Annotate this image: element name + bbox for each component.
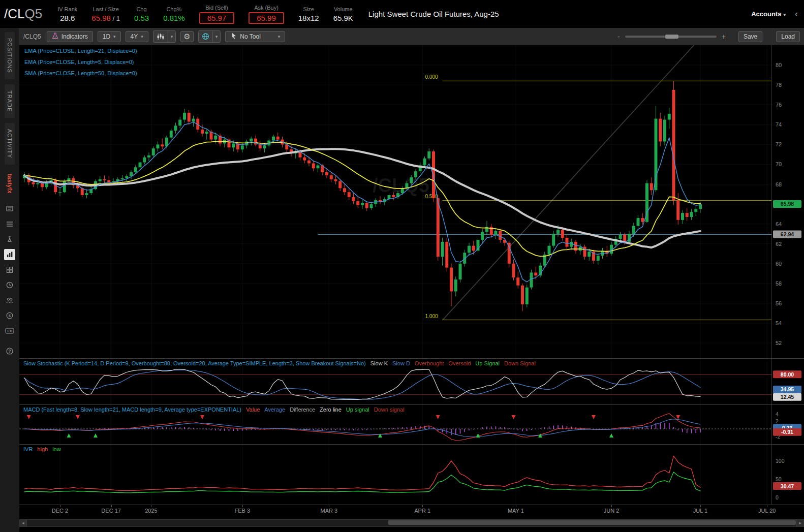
legend-item: Down signal <box>374 406 405 413</box>
svg-text:68: 68 <box>776 181 782 187</box>
toolbar-symbol-label: /CLQ5 <box>23 33 41 40</box>
legend-item: Oversold <box>448 360 471 366</box>
legend-item: Down Signal <box>504 360 536 366</box>
chart-type-dropdown[interactable]: ▾ <box>153 30 176 43</box>
chart-scrollbar[interactable]: ◂ ▸ <box>19 519 804 527</box>
timeframe-dropdown[interactable]: 1D▾ <box>98 31 121 42</box>
chevron-down-icon: ▾ <box>171 34 173 39</box>
stat-size: Size 18x12 <box>298 6 319 22</box>
time-axis-label: JUN 2 <box>604 508 620 514</box>
clock-icon[interactable] <box>4 279 15 291</box>
zoom-out-button[interactable]: - <box>617 33 620 41</box>
svg-text:76: 76 <box>776 102 782 108</box>
beaker-icon[interactable] <box>4 234 15 245</box>
stochastic-study-title[interactable]: Slow Stochastic (K Period=14, D Period=9… <box>23 360 366 366</box>
cash-icon[interactable]: $ <box>4 310 15 321</box>
accounts-dropdown[interactable]: Accounts▾ <box>751 10 786 18</box>
grid-icon[interactable] <box>4 264 15 275</box>
time-tick <box>611 505 612 507</box>
chevron-down-icon: ▾ <box>215 34 218 39</box>
zoom-slider-thumb[interactable] <box>665 35 678 39</box>
chevron-down-icon: ▾ <box>141 34 143 39</box>
scroll-right-icon[interactable]: ▸ <box>796 520 803 526</box>
macd-study-title[interactable]: MACD (Fast length=8, Slow length=21, MAC… <box>23 406 241 413</box>
cursor-icon <box>230 32 237 41</box>
tastyfx-logo: tastyfx <box>6 174 13 194</box>
contract-name: Light Sweet Crude Oil Futures, Aug-25 <box>368 10 499 18</box>
grid-layout-dropdown[interactable]: ▾ <box>198 30 221 43</box>
stat-ask: Ask (Buy) 65.99 <box>249 5 284 24</box>
svg-text:4: 4 <box>776 411 779 417</box>
main-chart-canvas[interactable]: 525456586062646668707274767880/CLQ50.000… <box>19 45 804 358</box>
svg-text:34.95: 34.95 <box>781 386 794 392</box>
stat-last-size: Last / Size 65.98 / 1 <box>91 6 120 22</box>
scrollbar-thumb[interactable] <box>388 520 796 525</box>
time-axis[interactable]: DEC 2DEC 172025FEB 3MAR 3APR 1MAY 1JUN 2… <box>19 505 804 517</box>
time-axis-label: DEC 2 <box>52 508 68 514</box>
svg-text:52: 52 <box>776 340 782 346</box>
study-label-ema5[interactable]: EMA (Price=CLOSE, Length=5, Displace=0) <box>24 59 134 65</box>
macd-legend: ValueAverageDifferenceZero lineUp signal… <box>241 406 405 413</box>
svg-text:2: 2 <box>776 418 779 424</box>
range-dropdown[interactable]: 4Y▾ <box>126 31 148 42</box>
study-label-ema21[interactable]: EMA (Price=CLOSE, Length=21, Displace=0) <box>24 48 137 54</box>
left-sidebar: POSITIONS TRADE ACTIVITY tastyfx $ FX ? <box>0 28 19 532</box>
scroll-left-icon[interactable]: ◂ <box>20 520 27 526</box>
svg-text:0: 0 <box>776 494 779 500</box>
svg-text:70: 70 <box>776 161 782 167</box>
ask-button[interactable]: 65.99 <box>249 12 284 24</box>
svg-text:58: 58 <box>776 280 782 287</box>
svg-text:80: 80 <box>776 62 782 68</box>
chart-icon[interactable] <box>4 249 15 260</box>
legend-item: Up Signal <box>475 360 500 366</box>
study-label-sma50[interactable]: SMA (Price=CLOSE, Length=50, Displace=0) <box>24 70 137 76</box>
svg-text:0.500: 0.500 <box>425 194 438 199</box>
chart-settings-button[interactable]: ⚙ <box>180 31 193 42</box>
stochastic-panel: 80.0034.9512.45 Slow Stochastic (K Perio… <box>19 358 804 404</box>
stat-chg-pct: Chg% 0.81% <box>163 6 185 22</box>
indicators-flask-icon <box>52 33 58 41</box>
ivr-canvas[interactable]: 10050030.47 <box>19 445 804 505</box>
ivr-study-title[interactable]: IVR <box>23 446 33 452</box>
watchlist-icon[interactable] <box>4 218 15 230</box>
save-button[interactable]: Save <box>738 31 762 42</box>
chevron-down-icon: ▾ <box>783 12 786 17</box>
bid-button[interactable]: 65.97 <box>199 12 235 24</box>
legend-item: low <box>52 446 61 452</box>
chevron-down-icon: ▾ <box>278 34 281 39</box>
candlestick-type-icon <box>153 33 168 40</box>
time-axis-label: JUL 20 <box>758 508 776 514</box>
legend-item: Slow K <box>370 360 388 366</box>
drawing-tool-dropdown[interactable]: No Tool ▾ <box>225 31 285 42</box>
news-icon[interactable] <box>4 203 15 214</box>
svg-text:$: $ <box>8 314 11 318</box>
fx-icon[interactable]: FX <box>4 325 15 336</box>
stochastic-legend: Slow KSlow DOverboughtOversoldUp SignalD… <box>366 360 536 366</box>
indicators-button[interactable]: Indicators <box>47 31 93 42</box>
time-tick <box>329 505 329 507</box>
svg-text:-0.91: -0.91 <box>781 429 793 435</box>
time-axis-label: 2025 <box>145 508 157 514</box>
svg-text:72: 72 <box>776 141 782 147</box>
legend-item: Zero line <box>320 406 342 413</box>
sidebar-tab-trade[interactable]: TRADE <box>5 84 15 118</box>
load-button[interactable]: Load <box>776 31 800 42</box>
svg-text:12.45: 12.45 <box>781 394 794 400</box>
svg-text:54: 54 <box>776 320 782 326</box>
zoom-in-button[interactable]: + <box>722 33 726 41</box>
ivr-header: IVRhighlow <box>23 446 61 452</box>
svg-text:30.47: 30.47 <box>781 483 794 489</box>
sidebar-tab-positions[interactable]: POSITIONS <box>5 32 15 79</box>
collapse-panel-icon[interactable]: ‹ <box>793 9 800 19</box>
time-axis-label: DEC 17 <box>101 508 121 514</box>
people-icon[interactable] <box>4 295 15 306</box>
legend-item: Up signal <box>346 406 369 413</box>
symbol-title: /CLQ5 <box>4 6 42 22</box>
svg-text:FX: FX <box>7 329 12 333</box>
help-icon[interactable]: ? <box>4 346 15 357</box>
stat-iv-rank: IV Rank 28.6 <box>57 6 77 22</box>
stat-bid: Bid (Sell) 65.97 <box>199 5 235 24</box>
sidebar-tab-activity[interactable]: ACTIVITY <box>5 123 15 165</box>
svg-text:64: 64 <box>776 221 782 227</box>
zoom-slider[interactable] <box>625 36 717 38</box>
